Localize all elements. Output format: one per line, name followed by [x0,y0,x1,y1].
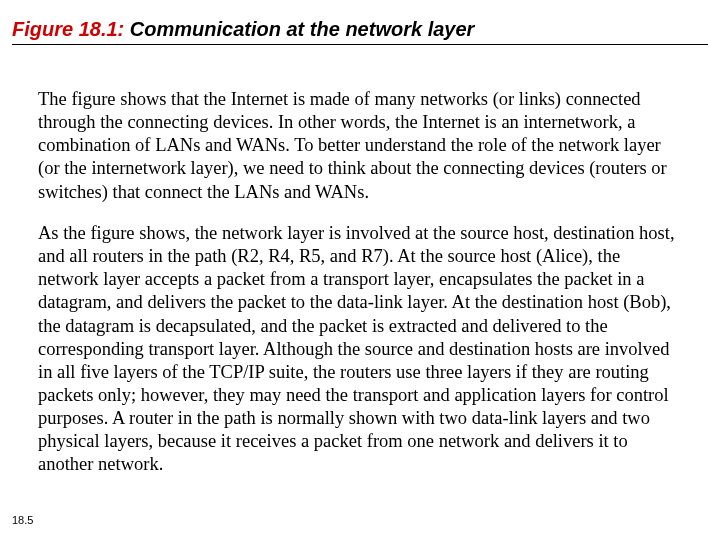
divider [12,44,708,45]
figure-number: Figure 18.1: [12,18,124,40]
figure-title: Figure 18.1: Communication at the networ… [12,18,474,41]
paragraph-2: As the figure shows, the network layer i… [38,222,682,476]
figure-caption: Communication at the network layer [130,18,475,40]
slide-page: Figure 18.1: Communication at the networ… [0,0,720,540]
paragraph-1: The figure shows that the Internet is ma… [38,88,682,204]
page-number: 18.5 [12,514,33,526]
